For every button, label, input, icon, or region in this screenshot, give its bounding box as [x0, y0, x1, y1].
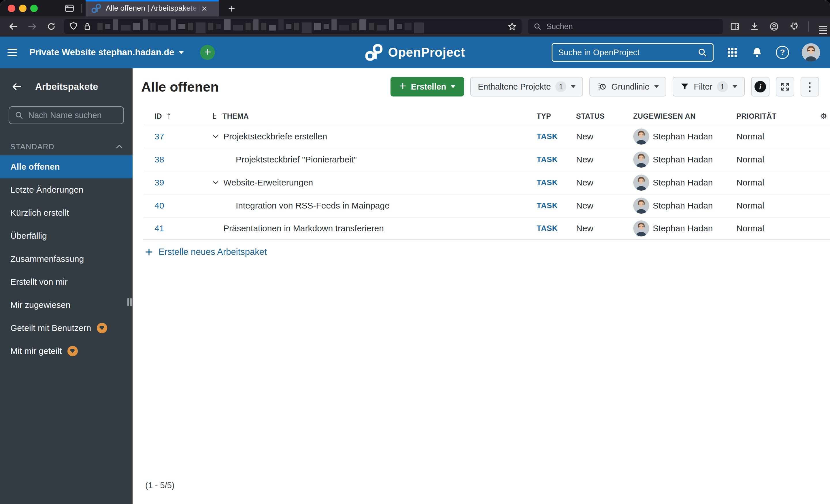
sidebar-search-input[interactable] [28, 110, 114, 121]
work-package-status[interactable]: New [576, 178, 633, 188]
work-package-title[interactable]: Präsentationen in Markdown transferieren [223, 224, 384, 233]
hierarchy-icon[interactable] [212, 112, 220, 120]
work-package-assignee[interactable]: Stephan Hadan [633, 129, 736, 144]
url-bar[interactable] [64, 19, 522, 34]
shield-icon[interactable] [69, 22, 78, 31]
back-arrow-icon[interactable] [11, 81, 23, 93]
table-row[interactable]: 37 Projektsteckbriefe erstellen TASK New… [143, 125, 830, 148]
sidebar-item-mir-zugewiesen[interactable]: Mir zugewiesen [0, 294, 133, 316]
apps-grid-icon[interactable] [726, 46, 738, 59]
table-row[interactable]: 38 Projektsteckbrief "Pionierarbeit" TAS… [143, 148, 830, 171]
forward-icon[interactable] [26, 20, 39, 33]
info-button[interactable]: i [751, 77, 769, 97]
work-package-title[interactable]: Projektsteckbriefe erstellen [223, 132, 327, 141]
work-package-status[interactable]: New [576, 224, 633, 233]
work-package-priority[interactable]: Normal [736, 178, 811, 188]
work-package-priority[interactable]: Normal [736, 155, 811, 164]
sidebar-section-standard[interactable]: STANDARD [0, 142, 133, 151]
work-package-id-link[interactable]: 37 [155, 132, 164, 141]
sidebars-icon[interactable] [729, 20, 741, 33]
firefox-view-icon[interactable] [64, 3, 75, 13]
work-package-status[interactable]: New [576, 155, 633, 164]
global-create-button[interactable]: + [200, 45, 215, 60]
notifications-bell-icon[interactable] [751, 46, 763, 59]
baseline-button[interactable]: Grundlinie [589, 77, 666, 97]
openproject-brand[interactable]: OpenProject [365, 43, 465, 61]
back-icon[interactable] [7, 20, 20, 33]
column-header-thema[interactable]: THEMA [212, 112, 537, 121]
work-package-title[interactable]: Website-Erweiterungen [223, 178, 313, 188]
work-package-type[interactable]: TASK [537, 132, 576, 141]
project-selector[interactable]: Private Website stephan.hadan.de [29, 47, 184, 58]
chevron-up-icon[interactable] [115, 142, 124, 151]
extensions-icon[interactable] [787, 20, 800, 33]
sidebar-item-ueberfaellig[interactable]: Überfällig [0, 224, 133, 247]
create-work-package-link[interactable]: Erstelle neues Arbeitspaket [144, 247, 830, 257]
table-row[interactable]: 40 Integration von RSS-Feeds in Mainpage… [143, 194, 830, 217]
table-settings-gear-icon[interactable] [811, 111, 830, 121]
work-package-type[interactable]: TASK [537, 224, 576, 233]
work-package-type[interactable]: TASK [537, 178, 576, 187]
tab-close-icon[interactable]: × [201, 3, 207, 13]
reload-icon[interactable] [45, 20, 58, 33]
column-header-prioritaet[interactable]: PRIORITÄT [736, 112, 811, 121]
work-package-priority[interactable]: Normal [736, 224, 811, 233]
menu-hamburger-icon[interactable] [817, 20, 829, 33]
sidebar-search-box[interactable] [9, 106, 124, 124]
included-projects-button[interactable]: Enthaltene Projekte 1 [470, 77, 583, 97]
work-package-priority[interactable]: Normal [736, 201, 811, 210]
close-window-button[interactable] [8, 5, 15, 12]
column-header-status[interactable]: STATUS [576, 112, 633, 121]
work-package-assignee[interactable]: Stephan Hadan [633, 198, 736, 214]
sidebar-item-alle-offenen[interactable]: Alle offenen [0, 155, 133, 178]
bookmark-star-icon[interactable] [507, 22, 517, 31]
new-tab-button[interactable]: + [225, 2, 238, 15]
minimize-window-button[interactable] [19, 5, 27, 12]
openproject-search-input[interactable] [558, 47, 690, 58]
openproject-search-box[interactable] [552, 43, 713, 62]
work-package-type[interactable]: TASK [537, 155, 576, 164]
maximize-window-button[interactable] [30, 5, 38, 12]
browser-search-input[interactable] [546, 22, 701, 31]
kebab-icon: ⋮ [804, 81, 816, 93]
work-package-priority[interactable]: Normal [736, 132, 811, 141]
work-package-id-link[interactable]: 39 [155, 178, 164, 187]
lock-icon[interactable] [83, 22, 92, 31]
work-package-status[interactable]: New [576, 132, 633, 141]
sidebar-item-mit-mir-geteilt[interactable]: Mit mir geteilt [0, 340, 133, 363]
work-package-title[interactable]: Projektsteckbrief "Pionierarbeit" [236, 155, 357, 164]
sidebar-resize-handle[interactable] [127, 298, 132, 306]
active-tab[interactable]: Alle offenen | Arbeitspakete | Pri × [86, 0, 219, 16]
work-package-status[interactable]: New [576, 201, 633, 210]
work-package-assignee[interactable]: Stephan Hadan [633, 220, 736, 236]
work-package-id-link[interactable]: 40 [155, 201, 164, 210]
work-package-id-link[interactable]: 41 [155, 224, 164, 233]
table-row[interactable]: 41 Präsentationen in Markdown transferie… [143, 217, 830, 240]
help-icon[interactable]: ? [776, 46, 789, 59]
filter-button[interactable]: Filter 1 [673, 77, 745, 97]
browser-search-bar[interactable] [528, 19, 723, 34]
sidebar-item-erstellt-von-mir[interactable]: Erstellt von mir [0, 270, 133, 294]
sidebar-item-letzte-aenderungen[interactable]: Letzte Änderungen [0, 178, 133, 201]
table-row[interactable]: 39 Website-Erweiterungen TASK New Stepha… [143, 171, 830, 194]
sidebar-toggle-icon[interactable] [7, 47, 17, 58]
sidebar-item-kuerzlich-erstellt[interactable]: Kürzlich erstellt [0, 201, 133, 224]
sidebar-item-zusammenfassung[interactable]: Zusammenfassung [0, 247, 133, 270]
work-package-assignee[interactable]: Stephan Hadan [633, 152, 736, 168]
create-button[interactable]: + Erstellen [390, 77, 464, 97]
column-header-id[interactable]: ID [143, 112, 212, 121]
user-avatar[interactable] [802, 43, 820, 62]
collapse-chevron-icon[interactable] [212, 132, 223, 140]
fullscreen-button[interactable] [776, 77, 794, 97]
work-package-title[interactable]: Integration von RSS-Feeds in Mainpage [236, 201, 390, 210]
sidebar-item-geteilt-mit-benutzern[interactable]: Geteilt mit Benutzern [0, 316, 133, 340]
more-options-button[interactable]: ⋮ [801, 77, 819, 97]
column-header-zugewiesen-an[interactable]: ZUGEWIESEN AN [633, 112, 736, 121]
work-package-assignee[interactable]: Stephan Hadan [633, 174, 736, 191]
work-package-id-link[interactable]: 38 [155, 155, 164, 164]
column-header-typ[interactable]: TYP [537, 112, 576, 121]
collapse-chevron-icon[interactable] [212, 178, 223, 187]
account-icon[interactable] [768, 20, 780, 33]
work-package-type[interactable]: TASK [537, 201, 576, 210]
downloads-icon[interactable] [748, 20, 761, 33]
